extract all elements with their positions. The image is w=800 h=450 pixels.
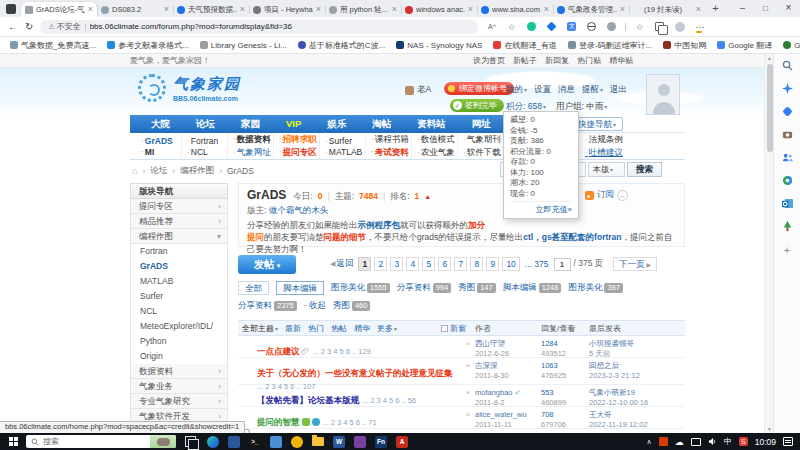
bookmark-item[interactable]: 中国知网 [663,40,706,51]
breadcrumb-grads[interactable]: GrADS [227,166,254,176]
thread-title[interactable]: 【发帖先看】论坛基本版规 [257,395,359,405]
profile-avatar[interactable] [673,20,686,33]
last-poster[interactable]: 回想之后 [589,361,681,371]
subnav-exams[interactable]: 考试资料 [371,147,411,159]
new-post-button[interactable]: 发帖 [238,255,296,274]
sidebar-item-matlab[interactable]: MATLAB [130,274,228,289]
sidebar-group-data[interactable]: 数据资料› [130,364,228,379]
thread-row[interactable]: 关于（无心发的）一些没有意义帖子的处理意见征集... 2 3 4 5 6 .. … [238,358,685,385]
onedrive-icon[interactable] [675,437,684,447]
last-poster[interactable]: 王大哥 [589,410,681,420]
sidebar-add-icon[interactable]: + [781,243,794,256]
sort-hot-posts[interactable]: 热帖 [331,323,347,334]
taskbar-search-box[interactable]: 搜索 [26,435,176,448]
sidebar-item-python[interactable]: Python [130,334,228,349]
nav-links[interactable]: 网址 [459,115,504,133]
page-7[interactable]: 7 [454,257,467,271]
page-1[interactable]: 1 [358,257,371,271]
file-explorer-icon[interactable] [312,437,324,446]
tab-sina[interactable]: www.sina.com [477,2,553,17]
filter-item[interactable]: 脚本编辑1248 [503,282,562,294]
tab-close-icon[interactable] [468,5,473,14]
thread-row[interactable]: 提问的智慧... 2 3 4 5 6 .. 71 alice_water_wu2… [238,407,685,429]
extension2-icon[interactable] [605,20,618,33]
link-digest-posts[interactable]: 精华贴 [609,55,633,66]
word-icon[interactable]: W [333,436,345,448]
outlook-icon[interactable] [781,197,794,210]
subnav-mi[interactable]: MI [141,147,181,157]
sidebar-item-grads[interactable]: GrADS [130,259,228,274]
new-window-checkbox[interactable]: 新窗 [441,323,475,334]
breadcrumb-programming[interactable]: 编程作图 [180,165,214,177]
clock[interactable]: 10:09 [755,437,776,447]
nav-forum[interactable]: 论坛 [183,115,228,133]
sogou-icon[interactable]: S [739,437,748,446]
reply-count[interactable]: 1063 [541,361,589,371]
app-icon-document[interactable] [228,436,240,448]
filter-item[interactable]: 分享资料2375 [238,300,297,312]
next-page-button[interactable]: 下一页 [613,257,657,271]
page-scrollbar[interactable]: ▲ ▼ [764,54,773,433]
filter-script-editing[interactable]: 脚本编辑 [276,281,324,295]
tab-gov[interactable]: 气象政务管理... [553,2,629,17]
page-jump-input[interactable] [554,258,571,271]
nav-resources[interactable]: 资料站 [404,115,459,133]
subnav-models[interactable]: 数值模式 [417,134,457,146]
tab-grads-forum[interactable]: GrADS论坛-气... [21,2,97,17]
subnav-feedback[interactable]: 吐槽建议 [585,147,623,159]
subnav-software[interactable]: 软件下载 [463,147,503,159]
subnav-jobs[interactable]: 招聘求职 [279,134,319,146]
bookmark-item[interactable]: Google卫星地图-谷... [783,40,800,51]
sidebar-item-meteoexplorer[interactable]: MeteoExplorer/IDL/ [130,319,228,334]
edge-taskbar-icon[interactable] [207,436,219,448]
tab-windows-anaconda[interactable]: windows anac... [401,2,477,17]
sort-more[interactable]: 更多 [377,323,397,334]
favorites-menu-icon[interactable] [633,20,646,33]
thread-pages[interactable]: ... 2 3 4 5 6 .. 129 [313,347,371,356]
network-display-icon[interactable] [691,438,701,446]
bookmark-item[interactable]: Library Genesis - Li... [200,41,287,50]
nav-vip[interactable]: VIP [273,115,314,133]
rss-icon[interactable] [585,191,594,200]
user-avatar[interactable] [646,74,680,115]
task-view-icon[interactable] [185,436,196,447]
acrobat-icon[interactable]: A [396,436,408,448]
bookmark-item[interactable]: NAS - Synology NAS [396,41,482,50]
thread-author[interactable]: mofangbao [475,388,541,398]
sort-digest[interactable]: 精华 [354,323,370,334]
sort-all-threads[interactable]: 全部主题 [242,323,278,334]
recharge-link[interactable]: 立即充值» [510,201,572,215]
grammarly-extension-icon[interactable] [525,20,538,33]
volume-icon[interactable] [708,437,717,446]
back-button[interactable] [8,22,18,32]
home-icon[interactable] [132,166,137,176]
filter-item[interactable]: 图形美化1555 [331,282,390,294]
collections-icon[interactable] [653,20,666,33]
menu-reminders[interactable]: 提醒 [582,84,603,96]
breadcrumb-forum[interactable]: 论坛 [150,165,167,177]
not-secure-warning-icon[interactable]: 不安全 [48,21,80,32]
bookmark-item[interactable]: Google 翻译 [717,40,772,51]
reply-count[interactable]: 553 [541,388,589,398]
checkbox-icon[interactable] [441,325,448,332]
moderator-link[interactable]: 做个霸气的木头 [269,205,329,215]
thread-row[interactable]: 一点点建议... 2 3 4 5 6 .. 129 西山守望2012-6-26 … [238,336,685,358]
username[interactable]: 老A [405,84,431,96]
page-10[interactable]: 10 [502,257,519,271]
tab-close-icon[interactable] [696,5,701,14]
menu-settings[interactable]: 设置 [534,84,551,96]
subnav-data[interactable]: 数据资料 [233,134,273,146]
browser-tools-icon[interactable] [781,174,794,187]
sidebar-item-fortran[interactable]: Fortran [130,244,228,259]
nav-fun[interactable]: 娱乐 [314,115,359,133]
address-bar[interactable]: 不安全 bbs.06climate.com/forum.php?mod=foru… [40,20,478,34]
people-icon[interactable] [781,151,794,164]
last-poster[interactable]: 气象小萌新19 [589,388,681,398]
hide-sticky-icon[interactable] [461,388,475,397]
hide-sticky-icon[interactable] [461,339,475,348]
sidebar-search-icon[interactable] [781,59,794,72]
collapse-filters-link[interactable]: 收起 [304,300,326,312]
minimize-button[interactable] [731,0,754,17]
tab-project[interactable]: 项目 - Heywha... [249,2,325,17]
reload-button[interactable] [25,22,33,32]
